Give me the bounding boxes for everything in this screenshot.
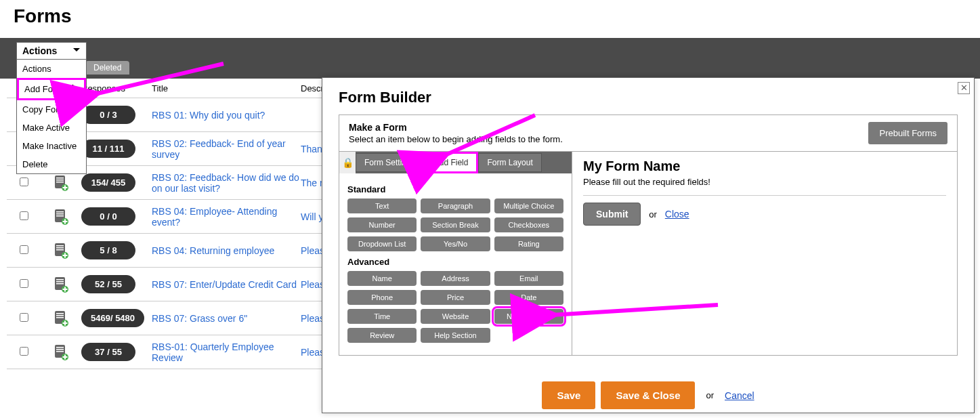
- field-date[interactable]: Date: [494, 290, 563, 305]
- col-responses: Responses: [81, 83, 152, 93]
- dropdown-item-add-form[interactable]: Add Form: [17, 78, 86, 100]
- field-net-promoter[interactable]: Net Promoter: [494, 309, 563, 324]
- toolbar-band: [0, 38, 980, 79]
- field-section-break[interactable]: Section Break: [421, 217, 490, 232]
- response-badge: 154/ 455: [81, 173, 135, 192]
- field-checkboxes[interactable]: Checkboxes: [494, 217, 563, 232]
- standard-section-label: Standard: [347, 184, 563, 194]
- svg-rect-37: [56, 281, 64, 283]
- document-plus-icon[interactable]: [54, 243, 68, 259]
- cancel-link[interactable]: Cancel: [725, 390, 754, 401]
- field-website[interactable]: Website: [421, 309, 490, 324]
- modal-subheader: Make a Form Select an item below to begi…: [339, 115, 957, 152]
- field-dropdown-list[interactable]: Dropdown List: [347, 236, 417, 251]
- field-review[interactable]: Review: [347, 328, 417, 343]
- col-title: Title: [152, 83, 301, 93]
- dropdown-item-actions[interactable]: Actions: [17, 60, 86, 78]
- preview-submit-button[interactable]: Submit: [583, 203, 641, 226]
- modal-inner: Make a Form Select an item below to begi…: [339, 114, 958, 356]
- form-title-link[interactable]: RBS 04: Returning employee: [152, 245, 274, 256]
- svg-rect-41: [63, 289, 68, 290]
- field-yes-no[interactable]: Yes/No: [421, 236, 490, 251]
- response-badge: 5 / 8: [81, 241, 135, 259]
- form-title-link[interactable]: RBS 01: Why did you quit?: [152, 110, 265, 121]
- make-form-title: Make a Form: [349, 122, 563, 133]
- preview-form-sub: Please fill out the required fields!: [583, 177, 946, 187]
- field-number[interactable]: Number: [347, 217, 417, 232]
- builder-left-panel: 🔒 Form Settings Add Field Form Layout St…: [339, 152, 572, 355]
- row-checkbox[interactable]: [20, 279, 28, 288]
- tab-deleted[interactable]: Deleted: [85, 61, 129, 75]
- prebuilt-forms-button[interactable]: Prebuilt Forms: [868, 122, 947, 144]
- row-checkbox[interactable]: [20, 245, 28, 254]
- cursor-icon: [72, 84, 81, 96]
- svg-rect-23: [56, 213, 64, 215]
- field-multiple-choice[interactable]: Multiple Choice: [494, 198, 563, 213]
- response-badge: 0 / 3: [81, 106, 135, 124]
- save-button[interactable]: Save: [542, 381, 595, 409]
- field-text[interactable]: Text: [347, 198, 417, 213]
- field-address[interactable]: Address: [421, 271, 490, 286]
- document-plus-icon[interactable]: [54, 276, 68, 293]
- dropdown-item-label: Add Form: [24, 84, 63, 94]
- form-builder-modal: ✕ Form Builder Make a Form Select an ite…: [322, 77, 975, 413]
- svg-rect-44: [56, 315, 64, 316]
- field-help-section[interactable]: Help Section: [421, 328, 490, 343]
- modal-title: Form Builder: [322, 78, 974, 114]
- page-title: Forms: [14, 5, 72, 27]
- svg-rect-17: [56, 182, 64, 183]
- lock-icon: 🔒: [339, 152, 356, 173]
- tab-form-layout[interactable]: Form Layout: [478, 153, 541, 172]
- form-title-link[interactable]: RBS 07: Enter/Update Credit Card: [152, 279, 297, 290]
- modal-footer: Save Save & Close or Cancel: [322, 372, 974, 417]
- row-checkbox[interactable]: [20, 211, 28, 220]
- tab-form-settings[interactable]: Form Settings: [356, 153, 424, 172]
- field-phone[interactable]: Phone: [347, 290, 417, 305]
- dropdown-item-make-active[interactable]: Make Active: [17, 119, 86, 137]
- make-form-subtitle: Select an item below to begin adding fie…: [349, 134, 563, 144]
- form-title-link[interactable]: RBS 07: Grass over 6": [152, 313, 247, 324]
- document-plus-icon[interactable]: [54, 310, 68, 327]
- form-preview: My Form Name Please fill out the require…: [572, 152, 957, 355]
- preview-close-link[interactable]: Close: [665, 209, 689, 220]
- form-title-link[interactable]: RBS 04: Employee- Attending event?: [152, 206, 277, 228]
- svg-rect-24: [56, 215, 64, 217]
- footer-or-text: or: [706, 390, 714, 400]
- field-time[interactable]: Time: [347, 309, 417, 324]
- field-rating[interactable]: Rating: [494, 236, 563, 251]
- svg-rect-15: [56, 177, 64, 179]
- tab-add-field[interactable]: Add Field: [424, 152, 479, 173]
- modal-close-button[interactable]: ✕: [958, 82, 970, 94]
- svg-rect-55: [63, 356, 68, 358]
- svg-rect-29: [56, 245, 64, 247]
- row-checkbox[interactable]: [20, 313, 28, 322]
- preview-or-text: or: [649, 209, 657, 220]
- field-paragraph[interactable]: Paragraph: [421, 198, 490, 213]
- document-plus-icon[interactable]: [54, 209, 68, 225]
- actions-dropdown[interactable]: Actions Actions Add Form Copy Form Make …: [16, 42, 87, 174]
- dropdown-item-copy-form[interactable]: Copy Form: [17, 100, 86, 119]
- form-title-link[interactable]: RBS 02: Feedback- How did we do on our l…: [152, 172, 299, 194]
- field-price[interactable]: Price: [421, 290, 490, 305]
- response-badge: 37 / 55: [81, 343, 135, 361]
- form-title-link[interactable]: RBS 02: Feedback- End of year survey: [152, 138, 286, 160]
- svg-rect-36: [56, 279, 64, 280]
- row-checkbox[interactable]: [20, 177, 28, 186]
- dropdown-item-delete[interactable]: Delete: [17, 155, 86, 173]
- builder-tab-strip: 🔒 Form Settings Add Field Form Layout: [339, 152, 572, 173]
- save-close-button[interactable]: Save & Close: [601, 381, 695, 409]
- svg-rect-27: [63, 221, 68, 222]
- form-title-link[interactable]: RBS-01: Quarterly Employee Review: [152, 341, 274, 363]
- document-plus-icon[interactable]: [54, 175, 68, 191]
- document-plus-icon[interactable]: [54, 344, 68, 360]
- actions-dropdown-header[interactable]: Actions: [17, 43, 86, 60]
- builder-body: 🔒 Form Settings Add Field Form Layout St…: [339, 152, 957, 355]
- field-sections: Standard Text Paragraph Multiple Choice …: [339, 173, 572, 355]
- advanced-section-label: Advanced: [347, 257, 563, 267]
- svg-rect-34: [63, 255, 68, 256]
- field-name[interactable]: Name: [347, 271, 417, 286]
- field-email[interactable]: Email: [494, 271, 563, 286]
- dropdown-item-make-inactive[interactable]: Make Inactive: [17, 137, 86, 155]
- svg-rect-20: [63, 187, 68, 188]
- row-checkbox[interactable]: [20, 347, 28, 356]
